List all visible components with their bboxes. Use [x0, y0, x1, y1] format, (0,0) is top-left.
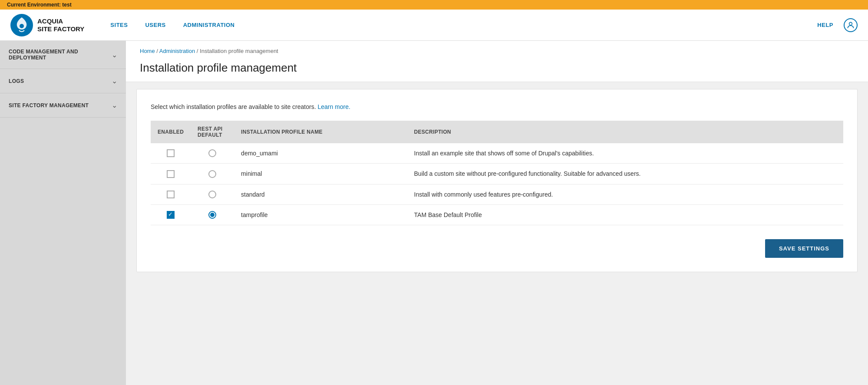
breadcrumb: Home / Administration / Installation pro…: [140, 48, 854, 54]
logo-icon: [10, 14, 33, 36]
main-content: Home / Administration / Installation pro…: [126, 41, 868, 385]
col-description: DESCRIPTION: [407, 121, 843, 143]
rest-api-radio-tamprofile[interactable]: [208, 211, 216, 219]
nav-right: HELP: [817, 18, 858, 32]
enabled-checkbox-demo_umami[interactable]: [167, 149, 175, 157]
nav-sites[interactable]: SITES: [110, 18, 128, 32]
rest-api-radio-standard[interactable]: [208, 191, 216, 198]
enabled-checkbox-tamprofile[interactable]: [167, 211, 175, 219]
table-row: demo_umamiInstall an example site that s…: [151, 143, 843, 164]
user-svg: [846, 21, 855, 30]
table-row: tamprofileTAM Base Default Profile: [151, 204, 843, 225]
svg-point-1: [20, 24, 24, 28]
learn-more-link[interactable]: Learn more.: [317, 103, 350, 110]
profile-name-demo_umami: demo_umami: [234, 143, 407, 164]
profiles-table: ENABLED REST API DEFAULT INSTALLATION PR…: [151, 121, 843, 225]
svg-point-2: [849, 22, 852, 25]
breadcrumb-admin[interactable]: Administration: [159, 48, 195, 54]
enabled-checkbox-minimal[interactable]: [167, 170, 175, 178]
sidebar-item-site-factory-management[interactable]: SITE FACTORY MANAGEMENT ⌄: [0, 93, 126, 118]
top-navigation: ACQUIA SITE FACTORY SITES USERS ADMINIST…: [0, 10, 868, 41]
profile-name-tamprofile: tamprofile: [234, 204, 407, 225]
profile-description-standard: Install with commonly used features pre-…: [407, 184, 843, 204]
environment-banner: Current Environment: test: [0, 0, 868, 10]
nav-links: SITES USERS ADMINISTRATION: [110, 18, 817, 32]
nav-administration[interactable]: ADMINISTRATION: [183, 18, 235, 32]
enabled-checkbox-standard[interactable]: [167, 191, 175, 198]
table-row: standardInstall with commonly used featu…: [151, 184, 843, 204]
profile-description-demo_umami: Install an example site that shows off s…: [407, 143, 843, 164]
layout: CODE MANAGEMENT AND DEPLOYMENT ⌄ LOGS ⌄ …: [0, 41, 868, 385]
sidebar-item-code-management[interactable]: CODE MANAGEMENT AND DEPLOYMENT ⌄: [0, 41, 126, 69]
col-profile-name: INSTALLATION PROFILE NAME: [234, 121, 407, 143]
rest-api-radio-minimal[interactable]: [208, 170, 216, 178]
content-card: Select which installation profiles are a…: [136, 89, 858, 272]
profile-description-tamprofile: TAM Base Default Profile: [407, 204, 843, 225]
breadcrumb-home[interactable]: Home: [140, 48, 155, 54]
description-text: Select which installation profiles are a…: [151, 103, 843, 110]
page-title: Installation profile management: [140, 58, 854, 82]
logo: ACQUIA SITE FACTORY: [10, 14, 84, 36]
table-body: demo_umamiInstall an example site that s…: [151, 143, 843, 225]
col-enabled: ENABLED: [151, 121, 191, 143]
table-header: ENABLED REST API DEFAULT INSTALLATION PR…: [151, 121, 843, 143]
button-row: SAVE SETTINGS: [151, 239, 843, 258]
chevron-down-icon: ⌄: [112, 51, 117, 59]
user-icon[interactable]: [844, 18, 858, 32]
profile-name-minimal: minimal: [234, 164, 407, 184]
nav-users[interactable]: USERS: [145, 18, 165, 32]
rest-api-radio-demo_umami[interactable]: [208, 149, 216, 157]
profile-name-standard: standard: [234, 184, 407, 204]
col-rest-api-default: REST API DEFAULT: [191, 121, 234, 143]
help-link[interactable]: HELP: [817, 22, 833, 28]
table-row: minimalBuild a custom site without pre-c…: [151, 164, 843, 184]
profile-description-minimal: Build a custom site without pre-configur…: [407, 164, 843, 184]
chevron-down-icon: ⌄: [112, 101, 117, 109]
save-settings-button[interactable]: SAVE SETTINGS: [765, 239, 843, 258]
sidebar: CODE MANAGEMENT AND DEPLOYMENT ⌄ LOGS ⌄ …: [0, 41, 126, 385]
chevron-down-icon: ⌄: [112, 77, 117, 85]
breadcrumb-area: Home / Administration / Installation pro…: [126, 41, 868, 82]
sidebar-item-logs[interactable]: LOGS ⌄: [0, 69, 126, 93]
logo-text: ACQUIA SITE FACTORY: [37, 17, 84, 33]
breadcrumb-current: Installation profile management: [200, 48, 278, 54]
